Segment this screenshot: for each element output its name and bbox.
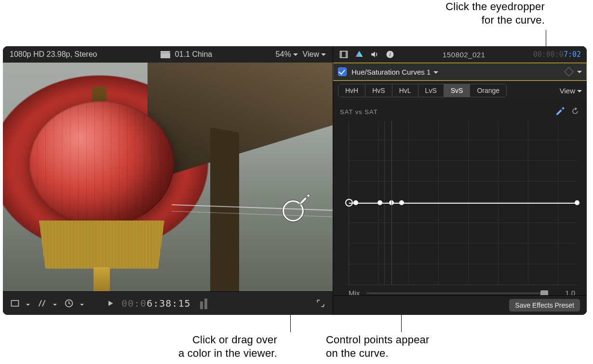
callout-viewer: Click or drag over a color in the viewer… [178, 333, 277, 360]
color-icon[interactable] [354, 50, 364, 59]
curve-control-point[interactable] [575, 200, 580, 205]
timecode-dim: 00:0 [121, 298, 147, 309]
keyframe-diamond-icon[interactable] [564, 67, 574, 77]
mix-row: Mix 1.0 [340, 285, 580, 295]
curve-control-point[interactable] [399, 200, 404, 205]
lantern-tassel [94, 267, 110, 291]
lantern-ribs [29, 101, 174, 226]
curve-line[interactable] [349, 203, 577, 204]
tab-orange[interactable]: Orange [470, 84, 506, 97]
clapboard-icon [161, 51, 170, 58]
save-effects-preset-button[interactable]: Save Effects Preset [509, 299, 580, 312]
svg-text:i: i [390, 51, 391, 57]
app-window: 1080p HD 23.98p, Stereo 01.1 China 54% V… [3, 46, 587, 315]
play-icon[interactable] [105, 298, 116, 309]
tab-hvl[interactable]: HvL [392, 84, 418, 97]
zoom-value: 54% [276, 50, 291, 59]
viewer-toolbar: 1080p HD 23.98p, Stereo 01.1 China 54% V… [3, 46, 333, 63]
lantern-fringe [39, 221, 164, 269]
chevron-down-icon [433, 68, 438, 76]
eyedropper-icon [298, 193, 311, 208]
wood-beam [210, 128, 239, 291]
effect-name-label: Hue/Saturation Curves 1 [351, 68, 431, 76]
clip-appearance-icon[interactable] [10, 298, 20, 309]
view-label: View [560, 87, 575, 95]
chevron-down-icon [26, 298, 31, 309]
curve-sample-marker [391, 121, 392, 285]
callout-leader [546, 30, 546, 30]
inspector-footer: Save Effects Preset [333, 295, 587, 315]
tab-hvh[interactable]: HvH [338, 84, 365, 97]
fullscreen-icon[interactable] [315, 298, 326, 309]
viewer-clip-name: 01.1 China [175, 50, 212, 59]
curve-plot[interactable] [349, 121, 577, 285]
curve-title: SAT vs SAT [340, 108, 378, 116]
chevron-down-icon[interactable] [577, 68, 582, 76]
view-menu[interactable]: View [303, 50, 326, 59]
film-icon[interactable] [339, 50, 349, 59]
chevron-down-icon [53, 298, 58, 309]
chevron-down-icon [321, 50, 326, 59]
mix-slider[interactable] [366, 292, 544, 294]
reset-icon[interactable] [570, 106, 580, 117]
zoom-menu[interactable]: 54% [276, 50, 298, 59]
inspector-clip-name: 150802_021 [401, 51, 527, 59]
inspector-timecode: 00:00:07:02 [533, 50, 581, 59]
viewer-pane: 1080p HD 23.98p, Stereo 01.1 China 54% V… [3, 46, 333, 315]
chevron-down-icon [577, 87, 582, 95]
chevron-down-icon [80, 298, 85, 309]
skimming-icon[interactable] [37, 298, 47, 309]
tab-lvs[interactable]: LvS [418, 84, 444, 97]
tab-svs[interactable]: SvS [444, 84, 471, 97]
timecode-main: 6:38:15 [147, 298, 190, 309]
curve-tabs-row: HvHHvSHvLLvSSvSOrange View [333, 81, 587, 100]
callout-eyedropper: Click the eyedropper for the curve. [445, 0, 545, 27]
curve-control-point[interactable] [377, 200, 382, 205]
tc-main: 7:02 [564, 50, 581, 59]
mix-value[interactable]: 1.0 [551, 289, 575, 295]
inspector-toolbar: i 150802_021 00:00:07:02 [333, 46, 587, 63]
curve-editor: SAT vs SAT [333, 100, 587, 295]
viewer-canvas[interactable] [3, 63, 333, 291]
svg-rect-0 [12, 300, 19, 306]
view-menu[interactable]: View [560, 87, 582, 95]
viewer-timecode[interactable]: 00:06:38:15 [121, 298, 190, 309]
effect-name[interactable]: Hue/Saturation Curves 1 [351, 68, 438, 76]
audio-meter [200, 298, 207, 309]
viewer-footer: 00:06:38:15 [3, 291, 333, 315]
tc-dim: 00:00:0 [533, 50, 564, 59]
eyedropper-icon[interactable] [555, 106, 566, 118]
retime-icon[interactable] [64, 298, 74, 309]
curve-tabs: HvHHvSHvLLvSSvSOrange [338, 84, 507, 97]
curve-sample-marker [384, 121, 385, 285]
curve-control-point[interactable] [345, 199, 353, 207]
inspector-pane: i 150802_021 00:00:07:02 Hue/Saturation … [333, 46, 587, 315]
curve-control-point[interactable] [353, 200, 358, 205]
info-icon[interactable]: i [385, 50, 395, 59]
slider-thumb[interactable] [540, 290, 548, 296]
callout-points: Control points appear on the curve. [326, 333, 430, 360]
effect-header-row[interactable]: Hue/Saturation Curves 1 [333, 63, 587, 81]
chevron-down-icon [293, 50, 298, 59]
view-label: View [303, 50, 319, 59]
tab-hvs[interactable]: HvS [365, 84, 392, 97]
effect-enabled-checkbox[interactable] [338, 67, 347, 76]
speaker-icon[interactable] [370, 50, 379, 59]
mix-label: Mix [349, 289, 360, 295]
viewer-format-text: 1080p HD 23.98p, Stereo [10, 50, 97, 59]
